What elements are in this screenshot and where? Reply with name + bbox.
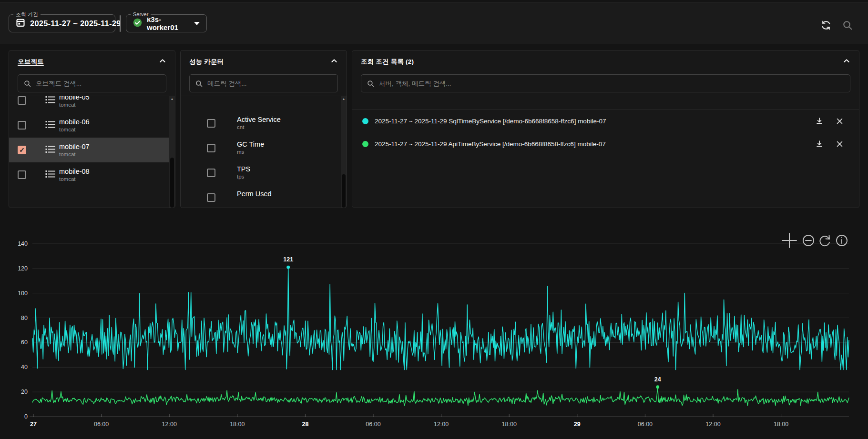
conditions-panel-title: 조회 조건 목록 (2) — [361, 58, 414, 66]
date-range-label: 조회 기간 — [13, 11, 41, 18]
instance-list-icon — [45, 170, 55, 180]
chart-canvas: 12124 0204060801001201402706:0012:0018:0… — [0, 214, 868, 439]
server-label: Server — [131, 11, 151, 18]
object-checkbox[interactable] — [18, 170, 26, 179]
metric-checkbox[interactable] — [207, 119, 215, 128]
series-color-dot — [362, 118, 368, 124]
objects-panel: 오브젝트 mobile-05tomcat mobile-06tomcat mob… — [9, 50, 175, 208]
metric-unit: ms — [237, 149, 264, 156]
conditions-panel-header: 조회 조건 목록 (2) — [352, 50, 859, 73]
svg-text:12:00: 12:00 — [705, 421, 720, 428]
condition-row[interactable]: 2025-11-27 ~ 2025-11-29 ApiTimeByService… — [352, 132, 859, 155]
object-checkbox[interactable] — [18, 121, 26, 130]
peak-value-label: 121 — [283, 256, 293, 263]
objects-search-input[interactable] — [36, 80, 161, 87]
series-color-dot — [362, 141, 368, 147]
metric-name: Active Service — [237, 115, 281, 124]
metric-unit: tps — [237, 173, 250, 180]
svg-text:12:00: 12:00 — [162, 421, 177, 428]
svg-text:06:00: 06:00 — [94, 421, 109, 428]
object-name: mobile-05 — [59, 96, 90, 101]
metric-row[interactable]: Perm Used — [181, 188, 347, 208]
collapse-chevron-up-icon[interactable] — [330, 57, 338, 67]
objects-list: mobile-05tomcat mobile-06tomcat mobile-0… — [9, 96, 175, 208]
metric-unit: cnt — [237, 124, 281, 131]
svg-text:60: 60 — [21, 339, 28, 346]
scroll-up-icon[interactable]: ▲ — [341, 97, 347, 100]
instance-list-icon — [45, 145, 55, 155]
object-name: mobile-08 — [59, 167, 90, 176]
objects-scrollbar[interactable]: ▲ — [169, 96, 175, 208]
metrics-list: Active Servicecnt GC Timems TPStps Perm … — [181, 96, 347, 208]
scroll-up-icon[interactable]: ▲ — [169, 97, 175, 100]
objects-panel-header: 오브젝트 — [9, 50, 175, 73]
svg-text:29: 29 — [574, 421, 581, 428]
metric-row[interactable]: GC Timems — [181, 138, 347, 163]
metric-row[interactable]: Active Servicecnt — [181, 113, 347, 138]
objects-search-box[interactable] — [18, 74, 166, 92]
svg-text:06:00: 06:00 — [638, 421, 653, 428]
object-row[interactable]: mobile-07tomcat — [9, 138, 175, 162]
instance-list-icon — [45, 120, 55, 130]
metric-checkbox[interactable] — [207, 193, 215, 202]
svg-text:0: 0 — [24, 413, 28, 420]
server-select[interactable]: Server k3s-worker01 — [126, 14, 207, 32]
metric-row[interactable]: TPStps — [181, 163, 347, 188]
condition-row[interactable]: 2025-11-27 ~ 2025-11-29 SqlTimeByService… — [352, 110, 859, 132]
metrics-search-box[interactable] — [189, 74, 338, 92]
close-icon[interactable] — [834, 116, 845, 126]
svg-text:12:00: 12:00 — [434, 421, 449, 428]
metric-name: Perm Used — [237, 190, 272, 198]
svg-text:18:00: 18:00 — [774, 421, 788, 428]
metrics-search-input[interactable] — [207, 80, 332, 87]
conditions-list: 2025-11-27 ~ 2025-11-29 SqlTimeByService… — [352, 109, 859, 155]
collapse-chevron-up-icon[interactable] — [159, 57, 166, 67]
chart-reset-icon[interactable] — [820, 236, 829, 246]
chart-zoom-in-icon[interactable] — [782, 233, 797, 248]
metrics-scrollbar[interactable]: ▲ — [341, 96, 347, 208]
close-icon[interactable] — [834, 139, 845, 149]
object-type: tomcat — [59, 176, 90, 183]
svg-text:80: 80 — [21, 315, 28, 321]
refresh-button[interactable] — [819, 18, 833, 32]
date-range-picker[interactable]: 조회 기간 2025-11-27 ~ 2025-11-29 — [9, 14, 115, 32]
conditions-search-box[interactable] — [361, 74, 850, 92]
download-icon[interactable] — [814, 116, 825, 126]
object-row[interactable]: mobile-08tomcat — [9, 162, 175, 187]
conditions-panel: 조회 조건 목록 (2) 2025-11-27 ~ 2025-11-29 Sql… — [352, 50, 859, 208]
collapse-chevron-up-icon[interactable] — [843, 57, 850, 67]
object-checkbox[interactable] — [18, 96, 26, 105]
svg-text:06:00: 06:00 — [366, 421, 380, 428]
condition-label: 2025-11-27 ~ 2025-11-29 ApiTimeByService… — [375, 140, 606, 148]
instance-list-icon — [45, 96, 55, 106]
svg-text:18:00: 18:00 — [502, 421, 517, 428]
metrics-panel-header: 성능 카운터 — [181, 50, 347, 73]
object-row[interactable]: mobile-06tomcat — [9, 113, 175, 138]
chart-zoom-out-icon[interactable] — [803, 235, 814, 246]
svg-text:120: 120 — [18, 265, 28, 272]
metric-checkbox[interactable] — [207, 144, 215, 152]
header-bar: 조회 기간 2025-11-27 ~ 2025-11-29 Server k3s… — [0, 2, 868, 44]
svg-text:27: 27 — [30, 421, 37, 428]
header-field-divider — [120, 15, 121, 32]
metric-checkbox[interactable] — [207, 169, 215, 177]
object-checkbox[interactable] — [18, 146, 26, 154]
metric-name: GC Time — [237, 140, 264, 149]
objects-panel-title: 오브젝트 — [18, 58, 44, 66]
object-row[interactable]: mobile-05tomcat — [9, 96, 175, 113]
svg-text:40: 40 — [21, 364, 28, 370]
search-icon[interactable] — [840, 18, 855, 32]
object-name: mobile-06 — [59, 118, 90, 126]
conditions-search-input[interactable] — [379, 80, 845, 87]
server-status-ok-icon — [133, 18, 142, 29]
condition-label: 2025-11-27 ~ 2025-11-29 SqlTimeByService… — [375, 118, 606, 125]
date-range-value: 2025-11-27 ~ 2025-11-29 — [30, 19, 121, 28]
chart-info-icon[interactable] — [837, 235, 847, 246]
calendar-icon — [16, 18, 25, 29]
svg-text:28: 28 — [302, 421, 308, 428]
object-name: mobile-07 — [59, 142, 90, 151]
svg-text:18:00: 18:00 — [230, 421, 245, 428]
download-icon[interactable] — [814, 139, 825, 149]
timeseries-chart[interactable]: 12124 0204060801001201402706:0012:0018:0… — [0, 214, 868, 439]
svg-text:20: 20 — [21, 389, 28, 395]
